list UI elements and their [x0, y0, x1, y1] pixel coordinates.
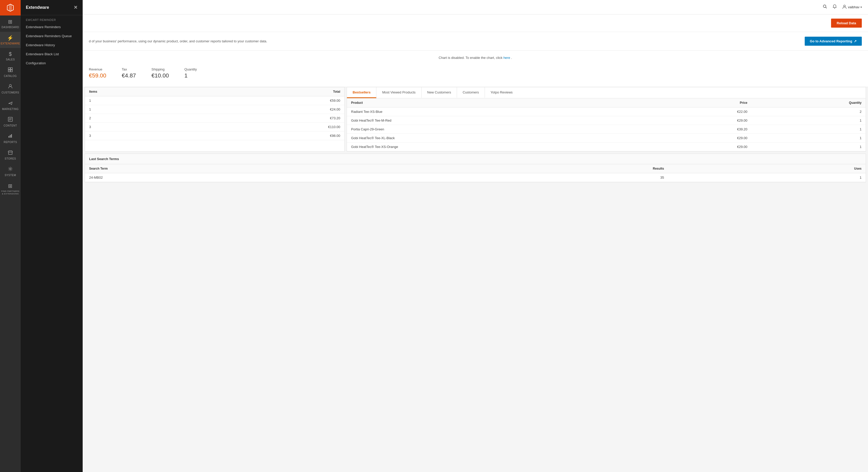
sidebar-item-label: STORES: [5, 157, 16, 160]
cell-uses: 1: [668, 173, 866, 182]
ext-menu-item-blacklist[interactable]: Extendware Black List: [21, 50, 83, 59]
go-to-advanced-reporting-button[interactable]: Go to Advanced Reporting ↗: [805, 37, 862, 46]
topbar: vaibhav ▾: [83, 0, 868, 14]
close-icon[interactable]: ✕: [74, 5, 78, 10]
sidebar-item-reports[interactable]: REPORTS: [0, 130, 21, 147]
notification-bell-icon[interactable]: [832, 4, 837, 10]
ext-menu-item-reminders[interactable]: Extendware Reminders: [21, 23, 83, 32]
col-results: Results: [423, 164, 668, 173]
sidebar-item-dashboard[interactable]: ⊞ DASHBOARD: [0, 15, 21, 32]
cell-qty: 1: [751, 134, 866, 143]
sidebar-item-label: SALES: [6, 58, 15, 61]
table-row: 1 €59.00: [85, 96, 344, 105]
sidebar-item-stores[interactable]: STORES: [0, 147, 21, 163]
svg-point-15: [9, 168, 11, 170]
cell-product: Gobi HeatTec® Tee-XS-Orange: [347, 143, 650, 151]
chart-disabled-message: Chart is disabled. To enable the chart, …: [89, 56, 862, 60]
revenue-value: €59.00: [89, 72, 106, 79]
svg-rect-2: [8, 68, 10, 69]
tab-customers[interactable]: Customers: [457, 87, 485, 98]
reports-icon: [8, 133, 13, 140]
last-search-table-body: 24-MB02 35 1: [85, 173, 866, 182]
username-label: vaibhav: [848, 5, 860, 9]
table-row: Gobi HeatTec® Tee-XL-Black €29.00 1: [347, 134, 866, 143]
cell-items: 1: [85, 105, 200, 114]
sidebar-item-label: DASHBOARD: [2, 26, 19, 29]
chart-enable-link[interactable]: here: [503, 56, 510, 60]
orders-table-body: 1 €59.001 €24.002 €73.203 €110.003 €98.0…: [85, 96, 344, 140]
svg-point-16: [823, 5, 826, 7]
cell-product: Gobi HeatTec® Tee-XL-Black: [347, 134, 650, 143]
recent-orders-section: Items Total 1 €59.001 €24.002 €73.203 €1…: [85, 87, 345, 152]
tab-most-viewed[interactable]: Most Viewed Products: [376, 87, 421, 98]
dashboard-icon: ⊞: [8, 19, 13, 25]
tabs-bar: Bestsellers Most Viewed Products New Cus…: [347, 87, 866, 98]
user-menu[interactable]: vaibhav ▾: [842, 4, 862, 10]
search-icon[interactable]: [823, 4, 827, 10]
last-search-section: Last Search Terms Search Term Results Us…: [85, 154, 866, 182]
stats-row: Revenue €59.00 Tax €4.87 Shipping €10.00…: [89, 65, 862, 82]
cell-items: 3: [85, 123, 200, 131]
tax-label: Tax: [122, 67, 136, 71]
sidebar-item-label: CATALOG: [4, 74, 17, 77]
content-icon: [8, 117, 13, 123]
cell-price: €29.00: [650, 134, 751, 143]
cell-product: Gobi HeatTec® Tee-M-Red: [347, 116, 650, 125]
cell-price: €22.00: [650, 107, 751, 116]
tab-new-customers[interactable]: New Customers: [422, 87, 457, 98]
ext-menu-section-label: EWCart Reminder: [21, 15, 83, 23]
sidebar-item-content[interactable]: CONTENT: [0, 114, 21, 130]
sidebar-item-sales[interactable]: $ SALES: [0, 48, 21, 64]
cell-price: €29.00: [650, 116, 751, 125]
svg-marker-1: [9, 4, 12, 11]
tab-bestsellers[interactable]: Bestsellers: [347, 87, 376, 98]
reload-data-button[interactable]: Reload Data: [831, 19, 862, 28]
orders-table-header: Items Total: [85, 87, 344, 96]
ext-menu-item-reminders-queue[interactable]: Extendware Reminders Queue: [21, 32, 83, 40]
sidebar-item-extendware[interactable]: ⚡ EXTENDWARE: [0, 32, 21, 48]
sidebar-item-system[interactable]: SYSTEM: [0, 163, 21, 180]
reload-bar: Reload Data: [83, 14, 868, 32]
tax-stat: Tax €4.87: [122, 67, 136, 79]
ext-menu-panel: Extendware ✕ EWCart Reminder Extendware …: [21, 0, 83, 472]
extendware-icon: ⚡: [7, 35, 14, 41]
marketing-icon: [8, 100, 13, 107]
dropdown-icon: ▾: [861, 6, 862, 8]
find-partners-icon: ⊞: [8, 183, 13, 189]
cell-results: 35: [423, 173, 668, 182]
stores-icon: [8, 150, 13, 156]
cell-price: €29.00: [650, 143, 751, 151]
svg-rect-4: [8, 70, 10, 72]
system-icon: [8, 166, 13, 173]
main-data-section: Items Total 1 €59.001 €24.002 €73.203 €1…: [85, 87, 866, 152]
cell-total: €110.00: [200, 123, 344, 131]
last-search-header: Search Term Results Uses: [85, 164, 866, 173]
quantity-stat: Quantity 1: [184, 67, 197, 79]
last-search-table: Search Term Results Uses 24-MB02 35 1: [85, 164, 866, 182]
quantity-label: Quantity: [184, 67, 197, 71]
ext-menu-item-configuration[interactable]: Configuration: [21, 59, 83, 68]
shipping-value: €10.00: [151, 72, 169, 79]
catalog-icon: [8, 67, 13, 73]
svg-line-17: [826, 7, 827, 8]
sidebar-item-label: MARKETING: [2, 108, 19, 111]
col-search-term: Search Term: [85, 164, 423, 173]
sidebar-item-customers[interactable]: CUSTOMERS: [0, 81, 21, 97]
sidebar-item-catalog[interactable]: CATALOG: [0, 64, 21, 81]
last-search-title: Last Search Terms: [85, 154, 866, 164]
svg-rect-13: [11, 134, 12, 137]
svg-rect-12: [10, 135, 10, 137]
ext-menu-item-history[interactable]: Extendware History: [21, 40, 83, 50]
svg-rect-14: [8, 152, 12, 154]
table-row: 3 €98.00: [85, 131, 344, 140]
cell-search-term: 24-MB02: [85, 173, 423, 182]
orders-col-total: Total: [200, 87, 344, 96]
sidebar-icons: ⊞ DASHBOARD ⚡ EXTENDWARE $ SALES CATALOG…: [0, 0, 21, 472]
main-content: vaibhav ▾ Reload Data d of your business…: [83, 0, 868, 472]
sidebar-item-marketing[interactable]: MARKETING: [0, 97, 21, 114]
sidebar-item-label: EXTENDWARE: [1, 42, 20, 45]
svg-rect-5: [10, 70, 12, 72]
tab-yotpo[interactable]: Yotpo Reviews: [485, 87, 519, 98]
sidebar-item-label: CONTENT: [4, 124, 17, 127]
sidebar-item-find-partners[interactable]: ⊞ FIND PARTNERS & EXTENSIONS: [0, 180, 21, 198]
